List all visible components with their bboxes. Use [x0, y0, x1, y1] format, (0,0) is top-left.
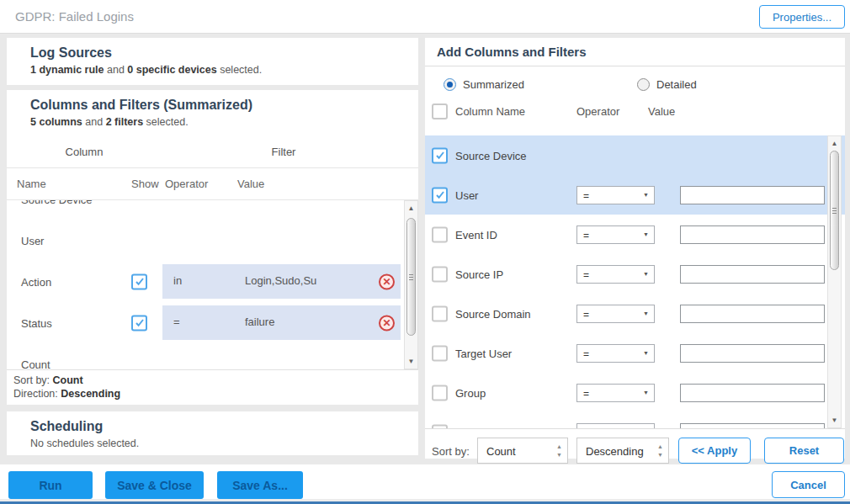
operator-dropdown[interactable]: = ▼: [576, 384, 655, 402]
report-title: GDPR: Failed Logins: [15, 9, 134, 24]
column-name: Event ID: [455, 228, 497, 241]
header-operator: Operator: [165, 178, 208, 190]
column-row-selected[interactable]: User = ▼: [425, 175, 845, 215]
scrollbar-grip-icon: [409, 277, 413, 278]
operator-dropdown[interactable]: = ▼: [576, 186, 655, 204]
row-name: Count: [21, 358, 50, 369]
column-checkbox[interactable]: [432, 266, 448, 282]
group-header-filter: Filter: [162, 146, 405, 158]
table-row[interactable]: Count: [7, 343, 418, 369]
mode-radio-group: Summarized Detailed: [425, 66, 845, 103]
column-name: User: [455, 188, 478, 201]
column-row[interactable]: Origination Host = ▼: [425, 412, 845, 428]
scroll-up-icon[interactable]: ▲: [828, 137, 841, 150]
header-value: Value: [237, 178, 264, 190]
column-checkbox[interactable]: [432, 385, 448, 401]
show-checkbox-checked[interactable]: [131, 273, 147, 289]
remove-filter-icon[interactable]: ✕: [379, 273, 395, 289]
table-row[interactable]: Source Device: [7, 200, 418, 220]
cancel-button[interactable]: Cancel: [772, 471, 845, 498]
column-row[interactable]: Source IP = ▼: [425, 254, 845, 294]
radio-detailed[interactable]: Detailed: [637, 78, 697, 91]
spinner-arrows-icon: ▲▼: [657, 443, 663, 459]
column-list-scrollbar[interactable]: ▲ ▼: [827, 135, 842, 428]
run-button[interactable]: Run: [8, 471, 93, 499]
table-row[interactable]: Action in Login,Sudo,Su ✕: [7, 261, 418, 302]
columns-filters-heading: Columns and Filters (Summarized): [30, 98, 418, 113]
scrollbar-grip-icon: [832, 210, 837, 211]
remove-filter-icon[interactable]: ✕: [379, 315, 395, 331]
column-checkbox[interactable]: [432, 345, 448, 361]
value-input[interactable]: [680, 344, 825, 363]
chevron-down-icon: ▼: [640, 188, 652, 202]
filter-operator: in: [173, 274, 182, 287]
filter-cell[interactable]: = failure ✕: [162, 305, 401, 340]
value-input[interactable]: [680, 225, 825, 244]
scrollbar-thumb[interactable]: [830, 151, 839, 270]
column-row[interactable]: Target User = ▼: [425, 333, 845, 373]
apply-button[interactable]: << Apply: [678, 438, 751, 464]
column-row[interactable]: Event ID = ▼: [425, 215, 845, 254]
log-sources-heading: Log Sources: [30, 45, 418, 61]
operator-dropdown[interactable]: = ▼: [576, 265, 655, 284]
direction-label: Direction:: [13, 388, 58, 400]
log-sources-summary: 1 dynamic rule and 0 specific devices se…: [30, 64, 418, 76]
value-input[interactable]: [680, 305, 825, 323]
row-name: Status: [21, 316, 52, 329]
column-row[interactable]: Source Domain = ▼: [425, 294, 845, 333]
table-column-header: Name Show Operator Value: [7, 168, 418, 200]
column-checkbox-checked[interactable]: [432, 147, 448, 163]
radio-detailed-label: Detailed: [656, 78, 697, 91]
scroll-down-icon[interactable]: ▼: [405, 355, 417, 368]
scheduling-summary: No schedules selected.: [30, 438, 418, 449]
column-row-selected[interactable]: Source Device: [425, 135, 845, 175]
save-close-button[interactable]: Save & Close: [105, 471, 204, 499]
scroll-up-icon[interactable]: ▲: [405, 202, 417, 215]
columns-filters-summary: 5 columns and 2 filters selected.: [30, 116, 418, 128]
filter-cell[interactable]: in Login,Sudo,Su ✕: [162, 264, 401, 299]
filter-value: Login,Sudo,Su: [245, 274, 316, 287]
chevron-down-icon: ▼: [640, 228, 652, 241]
sort-direction-select[interactable]: Descending ▲▼: [576, 438, 669, 464]
select-all-checkbox[interactable]: [432, 103, 448, 119]
sort-field-select[interactable]: Count ▲▼: [477, 438, 568, 464]
scheduling-heading: Scheduling: [30, 419, 418, 434]
value-input[interactable]: [680, 186, 825, 204]
column-name: Group: [455, 386, 486, 399]
value-input[interactable]: [680, 265, 825, 284]
table-rows: Source Device User Action in Login,Sudo,…: [7, 200, 418, 369]
reset-button[interactable]: Reset: [764, 438, 844, 464]
selected-columns-table: Column Filter Name Show Operator Value S…: [7, 137, 418, 405]
column-checkbox-checked[interactable]: [432, 187, 448, 203]
column-checkbox[interactable]: [432, 226, 448, 242]
columns-filters-section[interactable]: Columns and Filters (Summarized) 5 colum…: [7, 90, 418, 137]
scroll-down-icon[interactable]: ▼: [828, 414, 841, 427]
radio-selected-icon[interactable]: [444, 78, 456, 91]
column-row[interactable]: Group = ▼: [425, 373, 845, 412]
properties-button[interactable]: Properties...: [759, 5, 845, 29]
column-checkbox[interactable]: [432, 305, 448, 321]
operator-dropdown[interactable]: = ▼: [576, 225, 655, 244]
list-column-header: Column Name Operator Value: [425, 103, 845, 129]
scrollbar-thumb[interactable]: [406, 218, 416, 336]
table-scroll-viewport: Source Device User Action in Login,Sudo,…: [7, 200, 418, 369]
value-input[interactable]: [680, 384, 825, 402]
operator-dropdown[interactable]: = ▼: [576, 305, 655, 323]
radio-summarized[interactable]: Summarized: [444, 78, 524, 91]
show-checkbox-checked[interactable]: [131, 315, 147, 331]
chevron-down-icon: ▼: [640, 307, 652, 321]
operator-dropdown[interactable]: = ▼: [576, 344, 655, 363]
log-sources-section[interactable]: Log Sources 1 dynamic rule and 0 specifi…: [7, 38, 418, 85]
radio-summarized-label: Summarized: [463, 78, 524, 91]
direction-value: Descending: [61, 388, 120, 400]
scheduling-section[interactable]: Scheduling No schedules selected.: [7, 411, 418, 455]
save-as-button[interactable]: Save As...: [217, 471, 303, 499]
header-value: Value: [648, 105, 675, 118]
table-row[interactable]: User: [7, 220, 418, 261]
column-name: Source Device: [455, 149, 527, 162]
header-column-name: Column Name: [455, 105, 525, 118]
table-scrollbar[interactable]: ▲ ▼: [404, 200, 418, 369]
chevron-down-icon: ▼: [640, 347, 652, 360]
table-row[interactable]: Status = failure ✕: [7, 302, 418, 343]
radio-unselected-icon[interactable]: [637, 78, 650, 91]
